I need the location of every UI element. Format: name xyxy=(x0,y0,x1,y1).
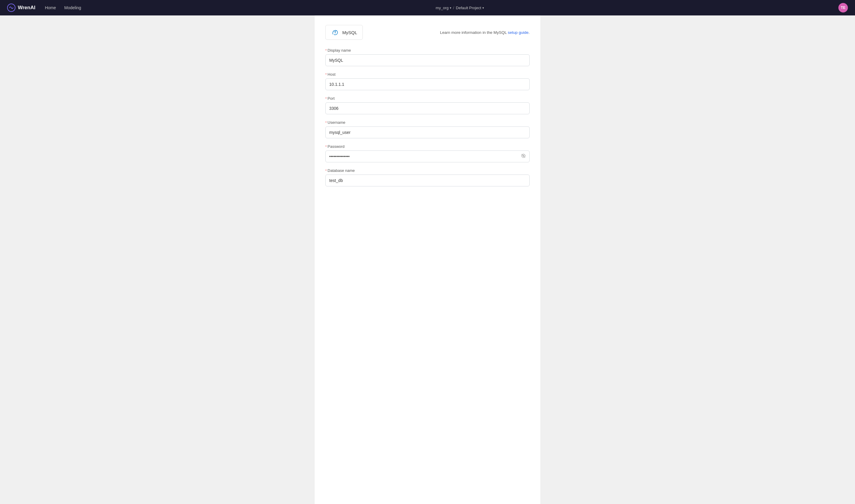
breadcrumb: my_org ▾ / Default Project ▾ xyxy=(436,6,484,10)
nav-links: Home Modeling xyxy=(45,5,81,10)
field-password: * Password xyxy=(325,144,530,162)
form-container: MySQL Learn more information in the MySQ… xyxy=(315,15,540,504)
chevron-down-icon: ▾ xyxy=(450,6,451,10)
wren-icon xyxy=(7,3,15,12)
breadcrumb-area: my_org ▾ / Default Project ▾ xyxy=(91,6,829,10)
input-display-name[interactable] xyxy=(325,54,530,66)
label-username: * Username xyxy=(325,120,530,125)
input-password[interactable] xyxy=(325,150,530,162)
input-database-name[interactable] xyxy=(325,175,530,186)
label-database-name: * Database name xyxy=(325,168,530,173)
required-star-username: * xyxy=(325,121,326,124)
label-host: * Host xyxy=(325,72,530,76)
chevron-down-icon-project: ▾ xyxy=(482,6,484,10)
password-wrapper xyxy=(325,150,530,162)
required-star-host: * xyxy=(325,73,326,76)
field-username: * Username xyxy=(325,120,530,138)
breadcrumb-separator: / xyxy=(453,6,454,10)
main-content: MySQL Learn more information in the MySQ… xyxy=(0,15,855,504)
breadcrumb-org[interactable]: my_org ▾ xyxy=(436,6,451,10)
input-username[interactable] xyxy=(325,126,530,138)
brand-logo[interactable]: WrenAI xyxy=(7,3,35,12)
required-star-db: * xyxy=(325,169,326,173)
db-type-label: MySQL xyxy=(342,30,357,35)
nav-home[interactable]: Home xyxy=(45,5,56,10)
setup-guide-link[interactable]: setup guide xyxy=(507,30,529,35)
label-password: * Password xyxy=(325,144,530,149)
label-display-name: * Display name xyxy=(325,48,530,53)
input-port[interactable] xyxy=(325,103,530,114)
field-database-name: * Database name xyxy=(325,168,530,186)
label-port: * Port xyxy=(325,96,530,101)
db-type-badge: MySQL xyxy=(325,25,363,40)
required-star-port: * xyxy=(325,97,326,100)
mysql-icon xyxy=(331,28,339,36)
toggle-password-icon[interactable] xyxy=(521,153,526,160)
db-header: MySQL Learn more information in the MySQ… xyxy=(325,25,530,40)
user-avatar[interactable]: TE xyxy=(838,3,848,13)
field-host: * Host xyxy=(325,72,530,90)
input-host[interactable] xyxy=(325,78,530,90)
navbar: WrenAI Home Modeling my_org ▾ / Default … xyxy=(0,0,855,15)
svg-point-1 xyxy=(336,31,336,31)
required-star: * xyxy=(325,49,326,52)
brand-name: WrenAI xyxy=(18,5,35,11)
setup-guide-info: Learn more information in the MySQL setu… xyxy=(440,30,530,35)
field-port: * Port xyxy=(325,96,530,114)
breadcrumb-project[interactable]: Default Project ▾ xyxy=(456,6,484,10)
field-display-name: * Display name xyxy=(325,48,530,66)
nav-modeling[interactable]: Modeling xyxy=(65,5,81,10)
required-star-password: * xyxy=(325,145,326,148)
